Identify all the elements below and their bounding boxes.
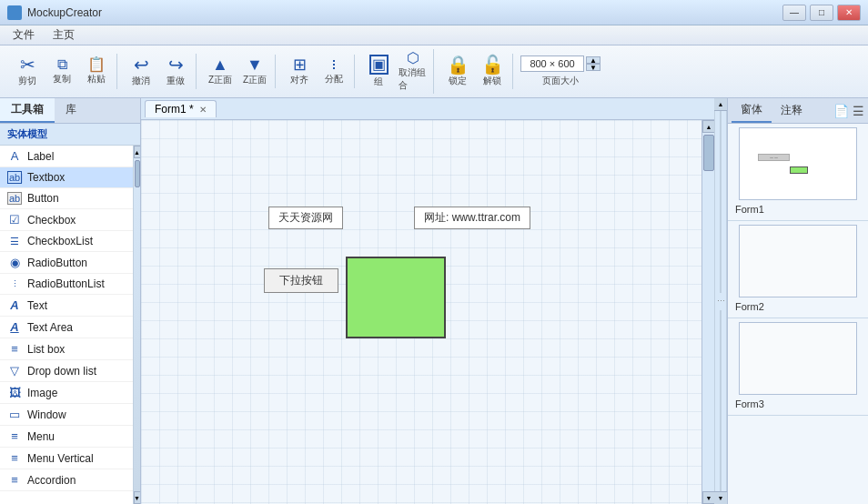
mid-scroll-up[interactable]: ▲ <box>714 98 727 111</box>
app-icon <box>7 5 22 20</box>
mid-scroll-down[interactable]: ▼ <box>714 491 727 504</box>
right-tab-note[interactable]: 注释 <box>772 99 812 122</box>
window-icon: ▭ <box>7 408 22 421</box>
widget-label1-text: 天天资源网 <box>278 211 333 224</box>
list-view-icon[interactable]: ☰ <box>853 104 864 118</box>
right-panel: 窗体 注释 📄 ☰ ─ ─ Form1 Form2 <box>727 98 868 504</box>
tool-menuvertical[interactable]: ≡ Menu Vertical <box>0 448 133 469</box>
toolbox-list: A Label ab| Textbox ab Button ☑ Checkbox… <box>0 146 133 504</box>
ungroup-icon: ⬡ <box>407 51 419 66</box>
tool-listbox[interactable]: ≡ List box <box>0 338 133 360</box>
close-button[interactable]: ✕ <box>837 5 861 21</box>
tool-window[interactable]: ▭ Window <box>0 404 133 426</box>
tool-checkboxlist[interactable]: ☰ CheckboxList <box>0 231 133 252</box>
zback-icon: ▼ <box>247 56 263 73</box>
mid-scrollbar: ▲ ⋮ ▼ <box>714 98 727 504</box>
tool-text[interactable]: A Text <box>0 295 133 317</box>
copy-icon: ⧉ <box>57 57 67 72</box>
form2-item[interactable]: Form2 <box>728 221 868 318</box>
checkbox-icon: ☑ <box>7 213 22 227</box>
content-area: Form1 * ✕ 天天资源网 网址: www.ttrar.com 下拉按钮 ▲ <box>141 98 714 504</box>
textarea-icon: A <box>7 320 22 334</box>
tool-button[interactable]: ab Button <box>0 188 133 209</box>
form3-item[interactable]: Form3 <box>728 318 868 416</box>
widget-label1[interactable]: 天天资源网 <box>268 207 343 229</box>
canvas-area[interactable]: 天天资源网 网址: www.ttrar.com 下拉按钮 ▲ ▼ <box>141 120 714 504</box>
tool-textbox[interactable]: ab| Textbox <box>0 167 133 188</box>
tool-accordion-text: Accordion <box>27 474 76 487</box>
tab-toolbox[interactable]: 工具箱 <box>0 98 55 123</box>
tool-label[interactable]: A Label <box>0 146 133 167</box>
right-panel-icons: 📄 ☰ <box>833 104 864 118</box>
tool-menu[interactable]: ≡ Menu <box>0 426 133 448</box>
tool-radiobutton[interactable]: ◉ RadioButton <box>0 252 133 274</box>
tool-checkboxlist-text: CheckboxList <box>27 235 93 247</box>
redo-label: 重做 <box>167 75 185 87</box>
tool-accordion[interactable]: ≡ Accordion <box>0 469 133 491</box>
form-list: ─ ─ Form1 Form2 Form3 <box>728 124 868 504</box>
toolbar-group-align: ⊞ 对齐 ⫶ 分配 <box>279 55 355 88</box>
widget-button-text: 下拉按钮 <box>279 274 323 287</box>
lock-button[interactable]: 🔒 锁定 <box>441 54 474 89</box>
undo-label: 撤消 <box>132 75 150 87</box>
widget-greenbox[interactable] <box>346 257 446 338</box>
tool-image[interactable]: 🖼 Image <box>0 382 133 404</box>
paste-button[interactable]: 📋 粘贴 <box>80 55 113 87</box>
redo-button[interactable]: ↪ 重做 <box>159 54 192 89</box>
align-button[interactable]: ⊞ 对齐 <box>283 55 316 88</box>
page-size-input[interactable] <box>520 55 584 72</box>
tool-label-text: Label <box>27 150 54 163</box>
right-tab-form[interactable]: 窗体 <box>732 98 772 123</box>
undo-icon: ↩ <box>134 55 149 74</box>
menuvertical-icon: ≡ <box>7 451 22 465</box>
toolbar-group-history: ↩ 撤消 ↪ 重做 <box>121 54 197 89</box>
new-page-icon[interactable]: 📄 <box>833 104 849 118</box>
tool-radiobutton-text: RadioButton <box>27 257 87 269</box>
widget-label2[interactable]: 网址: www.ttrar.com <box>414 207 530 229</box>
widget-label2-text: 网址: www.ttrar.com <box>424 211 520 224</box>
tool-checkbox-text: Checkbox <box>27 214 76 227</box>
menu-home[interactable]: 主页 <box>44 25 84 45</box>
menu-file[interactable]: 文件 <box>4 25 44 45</box>
tool-dropdown[interactable]: ▽ Drop down list <box>0 360 133 382</box>
widget-button[interactable]: 下拉按钮 <box>264 268 338 293</box>
undo-button[interactable]: ↩ 撤消 <box>125 54 157 89</box>
zback-button[interactable]: ▼ Z正面 <box>238 55 271 88</box>
distribute-button[interactable]: ⫶ 分配 <box>318 55 350 87</box>
zfront-button[interactable]: ▲ Z正面 <box>204 55 237 88</box>
toolbar: ✂ 剪切 ⧉ 复制 📋 粘贴 ↩ 撤消 ↪ 重做 ▲ Z正面 ▼ Z正面 <box>0 45 868 98</box>
tool-checkbox[interactable]: ☑ Checkbox <box>0 209 133 231</box>
copy-label: 复制 <box>53 73 71 86</box>
ungroup-button[interactable]: ⬡ 取消组合 <box>397 49 429 94</box>
cut-button[interactable]: ✂ 剪切 <box>11 54 44 89</box>
tool-menuvertical-text: Menu Vertical <box>27 452 94 465</box>
form2-name: Form2 <box>732 299 864 314</box>
toolbar-group-group: ▣ 组 ⬡ 取消组合 <box>358 49 434 94</box>
toolbox-tabs: 工具箱 库 <box>0 98 140 124</box>
maximize-button[interactable]: □ <box>810 5 833 21</box>
section-label: 实体模型 <box>0 124 140 146</box>
size-down-arrow[interactable]: ▼ <box>586 64 601 71</box>
list-scroll-up[interactable]: ▲ <box>134 146 141 158</box>
align-icon: ⊞ <box>293 56 307 73</box>
copy-button[interactable]: ⧉ 复制 <box>45 55 78 87</box>
tab-close-icon[interactable]: ✕ <box>199 105 207 115</box>
tab-library[interactable]: 库 <box>55 98 87 123</box>
form1-tab[interactable]: Form1 * ✕ <box>145 100 217 117</box>
group-button[interactable]: ▣ 组 <box>362 53 395 90</box>
form1-thumbnail: ─ ─ <box>739 127 857 200</box>
canvas-scroll-down[interactable]: ▼ <box>702 491 714 504</box>
radiobuttonlist-icon: ⋮ <box>7 279 22 288</box>
list-scroll-down[interactable]: ▼ <box>134 491 141 504</box>
toolbar-group-lock: 🔒 锁定 🔓 解锁 <box>438 54 513 89</box>
button-icon: ab <box>7 192 22 205</box>
tab-bar: Form1 * ✕ <box>141 98 714 120</box>
menu-bar: 文件 主页 <box>0 25 868 45</box>
tool-textarea[interactable]: A Text Area <box>0 317 133 338</box>
minimize-button[interactable]: — <box>782 5 806 21</box>
form1-item[interactable]: ─ ─ Form1 <box>728 124 868 221</box>
tool-radiobuttonlist[interactable]: ⋮ RadioButtonList <box>0 274 133 295</box>
unlock-button[interactable]: 🔓 解锁 <box>476 54 509 89</box>
canvas-scroll-up[interactable]: ▲ <box>702 120 714 133</box>
ungroup-label: 取消组合 <box>399 66 428 92</box>
